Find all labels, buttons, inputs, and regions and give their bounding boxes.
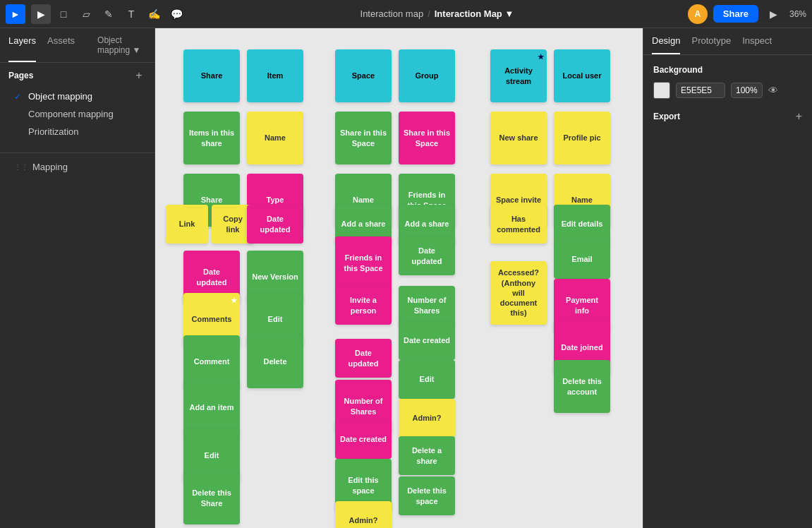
sticky-text-share-in-space1: Share in this Space [339, 128, 387, 148]
sticky-item-blue[interactable]: Item [247, 49, 303, 102]
page-check-empty: ✓ [14, 109, 24, 119]
sticky-text-new-version-green: New Version [252, 272, 298, 282]
sticky-date-updated-pink1[interactable]: Date updated [247, 205, 303, 244]
pen-tool[interactable]: ✎ [99, 4, 119, 24]
layer-item-mapping[interactable]: ⋮⋮ Mapping [8, 159, 146, 175]
sticky-edit-green2[interactable]: Edit [399, 360, 455, 399]
export-add-button[interactable]: + [796, 110, 802, 123]
sticky-text-date-updated-pink3: Date updated [339, 348, 387, 368]
sticky-text-friends-in-space2: Friends in this Space [339, 253, 387, 273]
zoom-level[interactable]: 36% [789, 9, 806, 19]
sticky-text-name-yellow2: Name [571, 195, 593, 205]
sticky-friends-in-space2[interactable]: Friends in this Space [335, 236, 392, 289]
tab-design[interactable]: Design [652, 28, 680, 54]
sticky-local-user-blue[interactable]: Local user [554, 49, 610, 102]
page-item-component-mapping[interactable]: ✓ Component mapping [8, 106, 146, 122]
sticky-admin1-yellow[interactable]: Admin? [399, 399, 455, 438]
tab-inspect[interactable]: Inspect [742, 28, 772, 54]
toolbar: ► ▶ □ ▱ ✎ T ✍ 💬 Interaction map / Intera… [0, 0, 812, 28]
app-logo[interactable]: ► [6, 4, 25, 24]
play-button[interactable]: ▶ [764, 4, 784, 24]
sticky-text-item-blue: Item [267, 71, 284, 80]
sticky-text-share-green2: Share [201, 195, 223, 205]
toolbar-right: A Share ▶ 36% [688, 4, 806, 24]
sticky-add-item-green[interactable]: Add an item [183, 381, 240, 434]
sticky-text-delete-share-green: Delete a share [403, 445, 451, 466]
visibility-toggle[interactable]: 👁 [768, 85, 778, 96]
add-page-button[interactable]: + [132, 68, 146, 83]
sticky-text-copy-link-yellow: Copy link [216, 214, 250, 234]
tab-assets[interactable]: Assets [47, 28, 75, 62]
hand-tool[interactable]: ✍ [144, 4, 164, 24]
sticky-text-comments-yellow: Comments [192, 314, 232, 324]
select-tool[interactable]: ▶ [31, 4, 51, 24]
sticky-text-edit-green3: Edit [205, 450, 219, 460]
sticky-share-in-space2[interactable]: Share in this Space [399, 112, 455, 164]
sticky-items-in-share[interactable]: Items in this share [183, 112, 240, 164]
sticky-text-items-in-share: Items in this share [188, 128, 236, 148]
sticky-text-invite-person: Invite a person [339, 295, 387, 316]
page-label-object-mapping: Object mapping [28, 91, 92, 102]
logo-icon: ► [11, 8, 20, 20]
share-button[interactable]: Share [713, 5, 758, 23]
sticky-text-admin2-yellow: Admin? [349, 515, 378, 525]
sticky-text-activity-stream-blue: Activity stream [495, 66, 543, 86]
sticky-activity-stream-blue[interactable]: ★Activity stream [490, 49, 547, 102]
current-page-name[interactable]: Interaction Map ▼ [435, 8, 514, 19]
tab-prototype[interactable]: Prototype [691, 28, 731, 54]
sticky-delete-share2[interactable]: Delete this Share [183, 472, 240, 524]
layer-label-mapping: Mapping [32, 162, 68, 172]
sticky-date-updated-pink3[interactable]: Date updated [335, 339, 392, 378]
sticky-accessed[interactable]: Accessed? (Anthony will document this) [490, 261, 547, 325]
sticky-admin2-yellow[interactable]: Admin? [335, 501, 392, 528]
sticky-text-num-shares: Number of Shares [403, 295, 451, 316]
bg-opacity-input[interactable] [731, 83, 763, 98]
background-row: 👁 [653, 82, 802, 99]
sticky-delete-share-green[interactable]: Delete a share [399, 436, 455, 475]
page-item-object-mapping[interactable]: ✓ Object mapping [8, 88, 146, 104]
tab-layers[interactable]: Layers [8, 28, 36, 62]
right-section-background: Background 👁 Export + [643, 55, 812, 133]
sticky-group-blue[interactable]: Group [399, 49, 455, 102]
bg-hex-input[interactable] [676, 83, 725, 98]
sticky-date-created-green1[interactable]: Date created [399, 321, 455, 360]
sticky-num-shares[interactable]: Number of Shares [399, 286, 455, 325]
sticky-text-profile-pic: Profile pic [563, 133, 600, 143]
sticky-new-share[interactable]: New share [490, 112, 547, 164]
sticky-profile-pic[interactable]: Profile pic [554, 112, 610, 164]
sticky-text-space-invite: Space invite [496, 195, 541, 205]
sticky-text-group-blue: Group [416, 71, 439, 80]
sticky-name-yellow1[interactable]: Name [247, 112, 303, 164]
background-title: Background [653, 65, 802, 75]
sticky-share-blue[interactable]: Share [183, 49, 240, 102]
shape-tool[interactable]: ▱ [76, 4, 96, 24]
bg-color-swatch[interactable] [653, 82, 670, 99]
sticky-text-edit-details: Edit details [562, 219, 603, 229]
sticky-comment-green[interactable]: Comment [183, 335, 240, 388]
frame-tool[interactable]: □ [54, 4, 73, 24]
sticky-email-green[interactable]: Email [554, 240, 610, 279]
sticky-space-blue[interactable]: Space [335, 49, 392, 102]
sticky-text-add-share-green1: Add a share [341, 219, 386, 229]
sticky-link-yellow[interactable]: Link [166, 205, 208, 244]
sticky-edit-details[interactable]: Edit details [554, 205, 610, 244]
canvas-area[interactable]: ShareItemSpaceGroup★Activity streamLocal… [155, 28, 643, 528]
sticky-share-in-space1[interactable]: Share in this Space [335, 112, 392, 164]
page-check-empty2: ✓ [14, 127, 24, 137]
sticky-text-delete-account: Delete this account [558, 376, 606, 397]
sticky-has-commented[interactable]: Has commented [490, 205, 547, 244]
sticky-date-updated-green[interactable]: Date updated [399, 236, 455, 275]
sticky-date-created-pink[interactable]: Date created [335, 420, 392, 459]
text-tool[interactable]: T [121, 4, 141, 24]
sticky-delete-space[interactable]: Delete this space [399, 476, 455, 515]
sticky-text-edit-green2: Edit [420, 374, 435, 384]
object-mapping-header[interactable]: Object mapping ▼ [97, 28, 146, 62]
sticky-delete-green1[interactable]: Delete [247, 335, 303, 388]
comment-tool[interactable]: 💬 [166, 4, 186, 24]
user-avatar[interactable]: A [688, 4, 708, 24]
page-item-prioritization[interactable]: ✓ Prioritization [8, 124, 146, 140]
sticky-invite-person[interactable]: Invite a person [335, 286, 392, 325]
sticky-text-date-updated-green: Date updated [403, 246, 451, 266]
sticky-delete-account[interactable]: Delete this account [554, 360, 610, 413]
sticky-text-local-user-blue: Local user [562, 71, 601, 80]
